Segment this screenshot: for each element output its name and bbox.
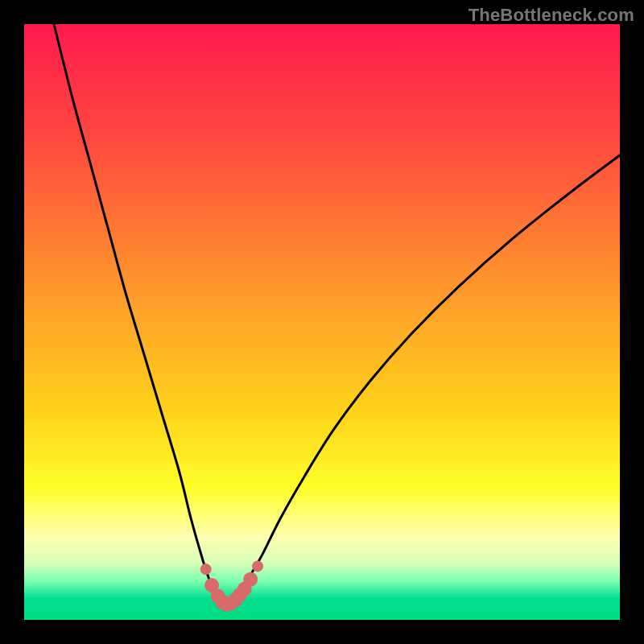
- plot-area: [24, 24, 620, 620]
- bottleneck-chart: [24, 24, 620, 620]
- marker-dot: [252, 560, 263, 572]
- gradient-background: [24, 24, 620, 620]
- watermark-text: TheBottleneck.com: [469, 5, 634, 26]
- marker-dot: [243, 572, 258, 587]
- chart-frame: TheBottleneck.com: [0, 0, 644, 644]
- marker-dot: [200, 564, 212, 575]
